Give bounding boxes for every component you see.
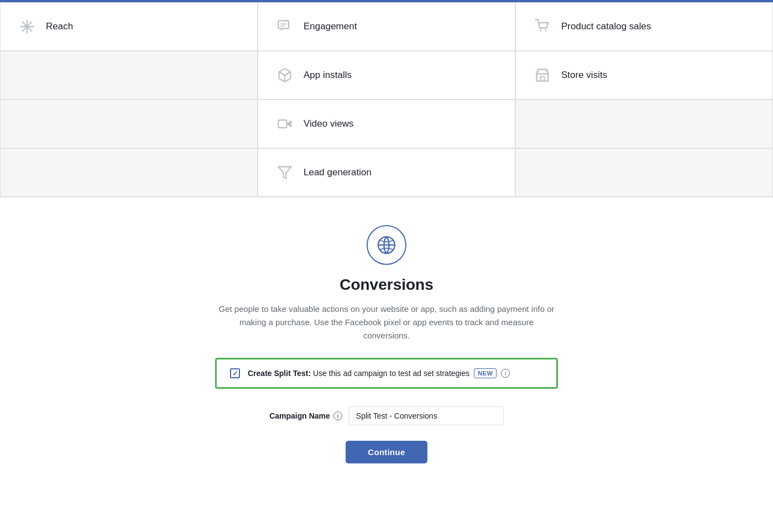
main-content: Conversions Get people to take valuable … — [0, 197, 773, 486]
info-icon[interactable]: i — [501, 369, 510, 378]
reach-cell[interactable]: Reach — [0, 2, 258, 51]
empty-cell-3 — [515, 100, 773, 148]
campaign-name-label-text: Campaign Name — [269, 411, 330, 420]
conversions-title: Conversions — [340, 276, 433, 294]
empty-cell-1 — [0, 51, 258, 100]
empty-cell-4 — [0, 148, 258, 197]
globe-icon-wrapper — [367, 225, 406, 265]
empty-cell-2 — [0, 100, 258, 148]
new-badge: NEW — [474, 368, 497, 378]
campaign-name-input[interactable] — [349, 406, 504, 425]
store-visits-cell[interactable]: Store visits — [515, 51, 773, 100]
svg-point-8 — [545, 29, 547, 32]
lead-generation-label: Lead generation — [304, 167, 372, 178]
split-test-rest-label: Use this ad campaign to test ad set stra… — [311, 369, 469, 378]
svg-rect-4 — [278, 21, 289, 29]
svg-point-7 — [540, 29, 542, 32]
engagement-cell[interactable]: Engagement — [258, 2, 515, 51]
reach-label: Reach — [46, 21, 73, 32]
store-visits-label: Store visits — [561, 70, 607, 81]
video-views-cell[interactable]: Video views — [258, 100, 515, 148]
conversions-description: Get people to take valuable actions on y… — [215, 302, 558, 342]
video-views-icon — [275, 114, 295, 134]
svg-point-14 — [546, 71, 547, 72]
split-test-bold-label: Create Split Test: Use this ad campaign … — [248, 369, 469, 378]
reach-icon — [17, 17, 37, 36]
svg-marker-17 — [278, 167, 291, 179]
svg-marker-16 — [287, 121, 291, 127]
product-catalog-cell[interactable]: Product catalog sales — [515, 2, 773, 51]
create-split-test-label: Create Split Test: — [248, 369, 311, 378]
empty-cell-5 — [515, 148, 773, 197]
info-icon-text: i — [505, 371, 506, 377]
lead-generation-cell[interactable]: Lead generation — [258, 148, 515, 197]
svg-rect-11 — [541, 76, 545, 81]
checkmark: ✓ — [232, 369, 238, 378]
split-test-box: ✓ Create Split Test: Use this ad campaig… — [215, 358, 558, 389]
campaign-name-row: Campaign Name i — [269, 406, 504, 425]
app-installs-label: App installs — [304, 70, 352, 81]
continue-button[interactable]: Continue — [346, 441, 427, 463]
split-test-checkbox[interactable]: ✓ — [230, 368, 240, 378]
svg-rect-10 — [537, 74, 549, 81]
app-installs-icon — [275, 65, 295, 85]
engagement-label: Engagement — [304, 21, 357, 32]
svg-point-13 — [538, 71, 539, 72]
split-test-text: Create Split Test: Use this ad campaign … — [248, 368, 510, 378]
video-views-label: Video views — [304, 118, 353, 129]
lead-generation-icon — [275, 163, 295, 182]
objectives-grid: Reach Engagement Product catalog sales — [0, 2, 773, 197]
campaign-name-info-icon[interactable]: i — [333, 411, 342, 420]
engagement-icon — [275, 17, 295, 36]
product-catalog-icon — [532, 17, 552, 36]
store-visits-icon — [532, 65, 552, 85]
campaign-name-label: Campaign Name i — [269, 411, 342, 420]
product-catalog-label: Product catalog sales — [561, 21, 651, 32]
svg-rect-15 — [278, 120, 286, 128]
app-installs-cell[interactable]: App installs — [258, 51, 515, 100]
globe-icon — [377, 235, 396, 255]
